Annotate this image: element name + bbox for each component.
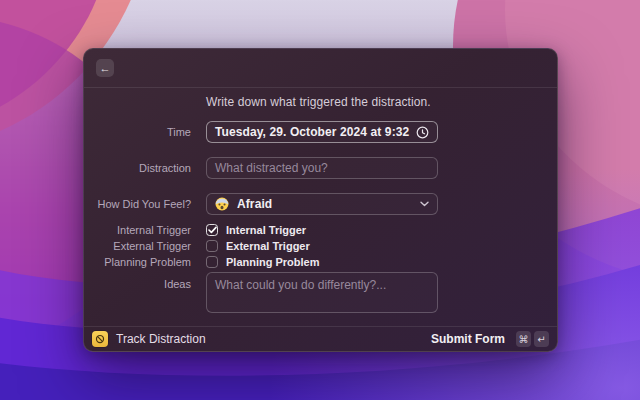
external-trigger-label: External Trigger [84,240,191,252]
time-row: Time Tuesday, 29. October 2024 at 9:32 [84,121,557,143]
back-arrow-icon: ← [100,59,111,77]
ideas-row: Ideas What could you do differently?... [84,272,557,313]
feeling-row: How Did You Feel? Afraid [84,193,557,215]
clock-icon [416,126,429,139]
titlebar: ← [84,49,557,88]
checkbox-text: External Trigger [226,240,310,252]
external-trigger-row: External Trigger External Trigger [84,239,557,253]
footer: Track Distraction Submit Form ⌘ ↵ [84,326,557,351]
form: Write down what triggered the distractio… [84,87,557,326]
checkbox-internal-trigger[interactable]: Internal Trigger [206,224,306,236]
feeling-label: How Did You Feel? [84,198,191,210]
checkbox-box-planning[interactable] [206,256,218,268]
feeling-dropdown[interactable]: Afraid [206,193,438,215]
ideas-placeholder: What could you do differently?... [215,278,386,292]
distraction-input[interactable]: What distracted you? [206,157,438,179]
time-label: Time [84,126,191,138]
time-value: Tuesday, 29. October 2024 at 9:32 [215,125,409,139]
planning-problem-row: Planning Problem Planning Problem [84,255,557,269]
feeling-value: Afraid [237,197,272,211]
check-icon [208,226,217,234]
checkbox-external-trigger[interactable]: External Trigger [206,240,310,252]
chevron-down-icon [420,201,429,207]
command-key-icon: ⌘ [516,331,531,347]
afraid-emoji-icon [215,197,229,211]
distraction-label: Distraction [84,162,191,174]
back-button[interactable]: ← [96,59,114,77]
checkbox-planning-problem[interactable]: Planning Problem [206,256,320,268]
checkbox-text: Planning Problem [226,256,320,268]
ideas-label: Ideas [84,272,191,290]
internal-trigger-label: Internal Trigger [84,224,191,236]
planning-problem-label: Planning Problem [84,256,191,268]
submit-label: Submit Form [431,332,505,346]
app-name: Track Distraction [116,332,206,346]
time-field[interactable]: Tuesday, 29. October 2024 at 9:32 [206,121,438,143]
checkbox-text: Internal Trigger [226,224,306,236]
form-description: Write down what triggered the distractio… [206,95,431,109]
desktop: ← Write down what triggered the distract… [0,0,640,400]
track-distraction-window: ← Write down what triggered the distract… [83,48,558,352]
distraction-row: Distraction What distracted you? [84,157,557,179]
checkbox-box-external[interactable] [206,240,218,252]
checkbox-box-internal[interactable] [206,224,218,236]
distraction-placeholder: What distracted you? [215,161,328,175]
return-key-icon: ↵ [534,331,549,347]
internal-trigger-row: Internal Trigger Internal Trigger [84,223,557,237]
submit-form-button[interactable]: Submit Form ⌘ ↵ [431,331,549,347]
ideas-textarea[interactable]: What could you do differently?... [206,272,438,313]
no-distraction-icon [92,331,108,347]
